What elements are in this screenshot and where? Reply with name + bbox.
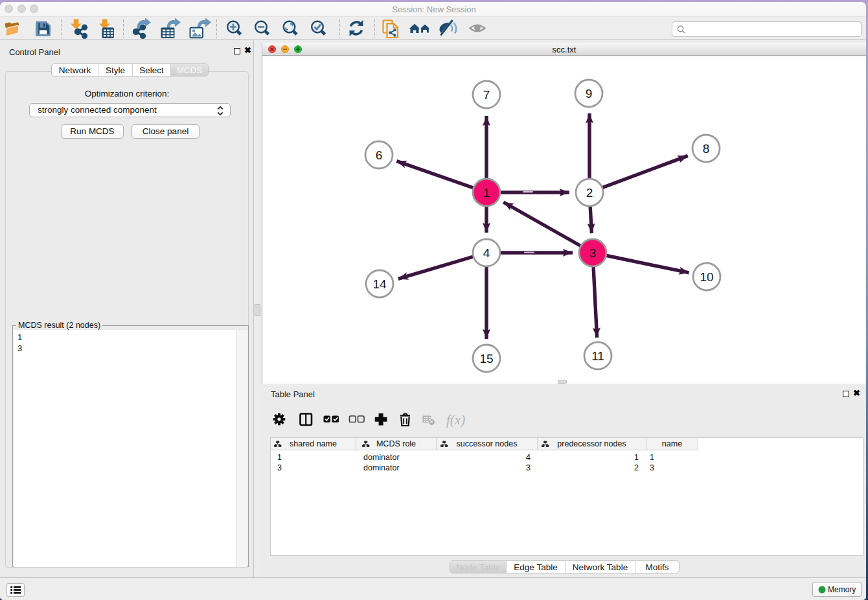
svg-text:9: 9	[586, 87, 593, 100]
svg-text:8: 8	[703, 142, 710, 156]
svg-text:11: 11	[591, 349, 604, 363]
svg-text:7: 7	[483, 88, 490, 102]
svg-text:3: 3	[589, 246, 597, 260]
svg-text:6: 6	[376, 148, 383, 162]
svg-text:4: 4	[483, 246, 490, 260]
svg-text:1: 1	[483, 186, 490, 200]
svg-text:15: 15	[479, 352, 493, 365]
svg-text:2: 2	[586, 186, 593, 200]
svg-text:14: 14	[372, 277, 387, 291]
svg-text:10: 10	[700, 270, 713, 284]
svg-text:f(x): f(x)	[446, 412, 465, 428]
